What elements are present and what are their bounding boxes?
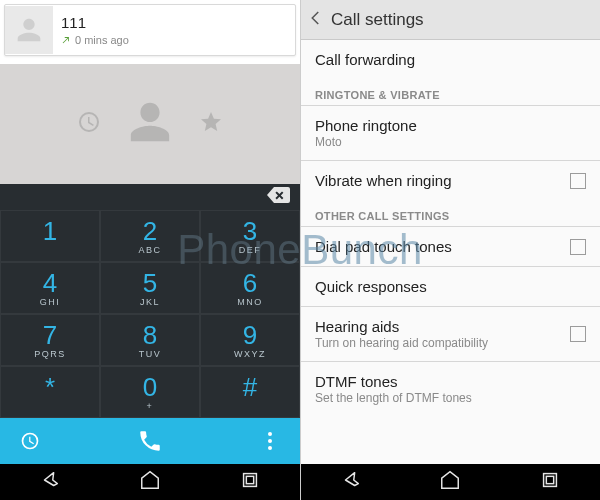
header: Call settings xyxy=(301,0,600,40)
key-#[interactable]: # xyxy=(200,366,300,418)
outgoing-call-icon xyxy=(61,35,71,45)
recents-nav-icon[interactable] xyxy=(539,469,561,495)
history-button[interactable] xyxy=(0,418,60,464)
backspace-icon[interactable] xyxy=(266,187,290,207)
key-0[interactable]: 0+ xyxy=(100,366,200,418)
back-nav-icon[interactable] xyxy=(39,469,61,495)
svg-rect-6 xyxy=(546,476,553,483)
recent-number: 111 xyxy=(61,14,129,32)
recent-call-card[interactable]: 111 0 mins ago xyxy=(4,4,296,56)
key-7[interactable]: 7PQRS xyxy=(0,314,100,366)
row-phone-ringtone[interactable]: Phone ringtone Moto xyxy=(301,106,600,160)
home-nav-icon[interactable] xyxy=(139,469,161,495)
nav-bar xyxy=(0,464,300,500)
svg-point-0 xyxy=(268,432,272,436)
recent-time: 0 mins ago xyxy=(75,34,129,46)
star-icon xyxy=(199,110,223,138)
key-1[interactable]: 1 xyxy=(0,210,100,262)
key-4[interactable]: 4GHI xyxy=(0,262,100,314)
dialer-screen: 111 0 mins ago 12ABC3DEF4GHI5JKL6MNO7PQR… xyxy=(0,0,300,500)
checkbox[interactable] xyxy=(570,239,586,255)
settings-screen: Call settings Call forwarding RINGTONE &… xyxy=(300,0,600,500)
key-5[interactable]: 5JKL xyxy=(100,262,200,314)
svg-point-1 xyxy=(268,439,272,443)
row-touch-tones[interactable]: Dial pad touch tones xyxy=(301,227,600,266)
svg-rect-5 xyxy=(544,474,557,487)
svg-point-2 xyxy=(268,446,272,450)
clock-icon xyxy=(77,110,101,138)
back-nav-icon[interactable] xyxy=(340,469,362,495)
dialpad: 12ABC3DEF4GHI5JKL6MNO7PQRS8TUV9WXYZ*0+# xyxy=(0,184,300,418)
favorites-backdrop xyxy=(0,64,300,184)
row-hearing-aids[interactable]: Hearing aids Turn on hearing aid compati… xyxy=(301,307,600,361)
back-icon[interactable] xyxy=(307,9,325,31)
avatar-icon xyxy=(5,6,53,54)
key-8[interactable]: 8TUV xyxy=(100,314,200,366)
svg-rect-4 xyxy=(246,476,253,483)
person-icon xyxy=(127,99,173,149)
checkbox[interactable] xyxy=(570,326,586,342)
call-button[interactable] xyxy=(60,418,240,464)
nav-bar xyxy=(301,464,600,500)
row-quick-responses[interactable]: Quick responses xyxy=(301,267,600,306)
call-bar xyxy=(0,418,300,464)
key-3[interactable]: 3DEF xyxy=(200,210,300,262)
home-nav-icon[interactable] xyxy=(439,469,461,495)
section-ringtone: RINGTONE & VIBRATE xyxy=(301,79,600,105)
key-*[interactable]: * xyxy=(0,366,100,418)
key-6[interactable]: 6MNO xyxy=(200,262,300,314)
header-title: Call settings xyxy=(331,10,424,30)
key-2[interactable]: 2ABC xyxy=(100,210,200,262)
row-call-forwarding[interactable]: Call forwarding xyxy=(301,40,600,79)
checkbox[interactable] xyxy=(570,173,586,189)
settings-list: Call forwarding RINGTONE & VIBRATE Phone… xyxy=(301,40,600,464)
row-vibrate[interactable]: Vibrate when ringing xyxy=(301,161,600,200)
row-dtmf-tones[interactable]: DTMF tones Set the length of DTMF tones xyxy=(301,362,600,416)
section-other: OTHER CALL SETTINGS xyxy=(301,200,600,226)
overflow-button[interactable] xyxy=(240,418,300,464)
svg-rect-3 xyxy=(244,474,257,487)
recents-nav-icon[interactable] xyxy=(239,469,261,495)
key-9[interactable]: 9WXYZ xyxy=(200,314,300,366)
